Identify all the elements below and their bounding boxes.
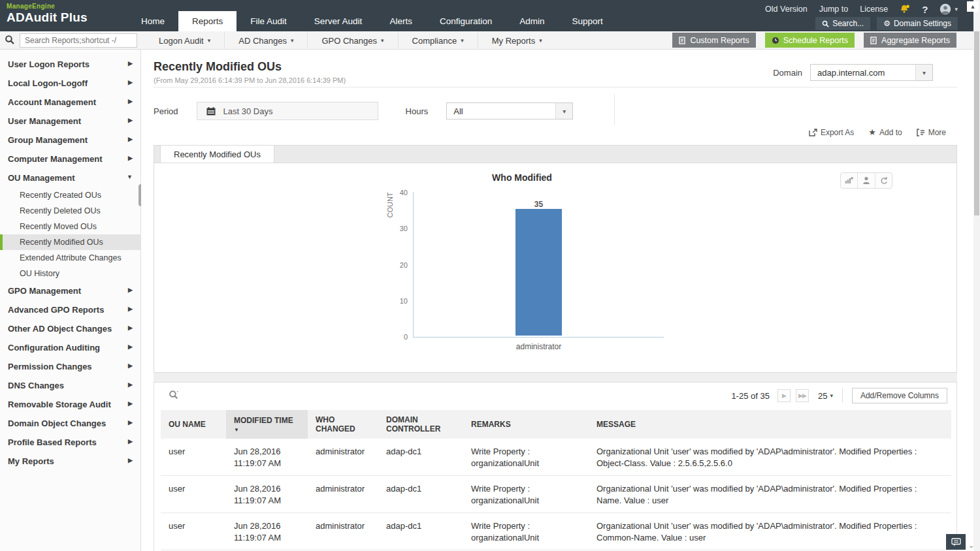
chevron-down-icon: ▾ [381, 37, 384, 44]
table-row[interactable]: user Jun 28,2016 11:19:07 AM administrat… [161, 439, 951, 476]
chevron-right-icon: ▶ [128, 362, 133, 369]
chevron-down-icon: ▾ [461, 37, 464, 44]
nav-tab-alerts[interactable]: Alerts [376, 12, 426, 31]
sidebar-item-account-management[interactable]: Account Management▶ [0, 93, 140, 112]
y-tick-40: 40 [388, 189, 408, 197]
sidebar-item-computer-management[interactable]: Computer Management▶ [0, 150, 140, 168]
col-modified-time[interactable]: MODIFIED TIME▼ [226, 410, 308, 439]
help-icon[interactable]: ? [922, 4, 928, 15]
col-message[interactable]: MESSAGE [589, 410, 951, 439]
menu-logon-audit[interactable]: Logon Audit▾ [145, 31, 225, 50]
pagination-range: 1-25 of 35 [731, 391, 770, 401]
chevron-down-icon: ▼ [127, 174, 133, 180]
menu-gpo-changes[interactable]: GPO Changes▾ [308, 31, 398, 50]
custom-reports-button[interactable]: Custom Reports [672, 33, 755, 48]
user-avatar[interactable]: ▾ [939, 3, 958, 15]
global-search-button[interactable]: Search... [815, 17, 870, 30]
table-row[interactable]: user Jun 28,2016 11:19:07 AM administrat… [161, 476, 951, 513]
nav-tab-home[interactable]: Home [127, 12, 178, 31]
add-remove-columns-button[interactable]: Add/Remove Columns [852, 388, 947, 403]
domain-settings-button[interactable]: ⚙ Domain Settings [877, 17, 958, 30]
nav-tab-server-audit[interactable]: Server Audit [301, 12, 376, 31]
sidebar-item-dns-changes[interactable]: DNS Changes▶ [0, 376, 140, 395]
add-to-button[interactable]: ★ Add to [868, 127, 902, 137]
y-tick-20: 20 [388, 261, 408, 269]
export-as-button[interactable]: Export As [809, 128, 854, 137]
sidebar-item-group-management[interactable]: Group Management▶ [0, 131, 140, 150]
sidebar-item-advanced-gpo-reports[interactable]: Advanced GPO Reports▶ [0, 300, 140, 319]
col-remarks[interactable]: REMARKS [463, 410, 589, 439]
schedule-reports-button[interactable]: Schedule Reports [765, 33, 855, 48]
scrollbar-thumb[interactable] [974, 31, 979, 215]
jump-to-link[interactable]: Jump to [819, 5, 848, 14]
feedback-chat-button[interactable] [946, 534, 966, 550]
sidebar-item-removable-storage-audit[interactable]: Removable Storage Audit▶ [0, 395, 140, 414]
refresh-chart-icon[interactable] [875, 173, 892, 188]
sidebar-item-domain-object-changes[interactable]: Domain Object Changes▶ [0, 414, 140, 433]
sidebar-item-gpo-management[interactable]: GPO Management▶ [0, 281, 140, 300]
report-search-input[interactable] [20, 33, 137, 48]
search-icon [822, 20, 829, 27]
sidebar-item-ou-management[interactable]: OU Management▼ [0, 168, 140, 187]
tab-recently-modified-ous[interactable]: Recently Modified OUs [160, 146, 274, 163]
more-button[interactable]: More [917, 128, 946, 137]
sidebar-item-user-logon-reports[interactable]: User Logon Reports▶ [0, 55, 140, 74]
menu-my-reports[interactable]: My Reports▾ [478, 31, 556, 50]
notification-bell-icon[interactable] [900, 5, 910, 14]
nav-tab-support[interactable]: Support [558, 12, 616, 31]
menu-compliance[interactable]: Compliance▾ [399, 31, 478, 50]
chevron-down-icon: ▾ [830, 392, 833, 399]
page-size-select[interactable]: 25 ▾ [818, 391, 833, 401]
bar-administrator[interactable] [515, 209, 562, 336]
user-chart-icon[interactable] [858, 173, 875, 188]
utility-bar: Old Version Jump to License ? ▾ [765, 2, 958, 16]
sidebar-item-permission-changes[interactable]: Permission Changes▶ [0, 357, 140, 376]
sidebar-item-my-reports[interactable]: My Reports▶ [0, 452, 140, 471]
nav-tab-admin[interactable]: Admin [506, 12, 558, 31]
sidebar-item-ou-history[interactable]: OU History [0, 266, 140, 281]
add-chart-icon[interactable] [841, 173, 858, 188]
sidebar-item-local-logon-logoff[interactable]: Local Logon-Logoff▶ [0, 74, 140, 93]
sidebar-item-recently-created-ous[interactable]: Recently Created OUs [0, 187, 140, 203]
menu-ad-changes[interactable]: AD Changes▾ [225, 31, 308, 50]
divider [842, 388, 843, 403]
nav-tab-file-audit[interactable]: File Audit [237, 12, 301, 31]
sidebar-item-recently-modified-ous[interactable]: Recently Modified OUs [0, 234, 140, 250]
nav-tab-reports[interactable]: Reports [178, 11, 237, 31]
sidebar-item-recently-deleted-ous[interactable]: Recently Deleted OUs [0, 203, 140, 219]
domain-label: Domain [773, 68, 802, 78]
old-version-link[interactable]: Old Version [765, 5, 808, 14]
table-row[interactable]: user Jun 28,2016 11:19:07 AM administrat… [161, 513, 951, 550]
sidebar-item-other-ad-object-changes[interactable]: Other AD Object Changes▶ [0, 319, 140, 338]
last-page-button[interactable]: ▶▶ [796, 389, 809, 402]
license-link[interactable]: License [860, 5, 888, 14]
col-domain-controller[interactable]: DOMAIN CONTROLLER [378, 410, 463, 439]
aggregate-reports-button[interactable]: Aggregate Reports [864, 33, 956, 48]
nav-tab-configuration[interactable]: Configuration [426, 12, 506, 31]
avatar-caret-icon: ▾ [955, 6, 958, 12]
header-row2: Search... ⚙ Domain Settings [815, 17, 958, 30]
sidebar-item-recently-moved-ous[interactable]: Recently Moved OUs [0, 219, 140, 234]
table-search-icon[interactable] [169, 390, 179, 400]
chevron-right-icon: ▶ [128, 306, 133, 312]
col-who-changed[interactable]: WHO CHANGED [308, 410, 378, 439]
col-ou-name[interactable]: OU NAME [161, 410, 226, 439]
scroll-down-arrow[interactable]: ⌄ [968, 541, 974, 550]
y-tick-10: 10 [388, 297, 408, 305]
hours-select[interactable]: All ▾ [446, 102, 573, 119]
next-page-button[interactable]: ▶ [777, 389, 791, 402]
chart-panel: Who Modified COUNT 40 30 20 10 0 35 admi… [154, 163, 957, 373]
period-field[interactable]: Last 30 Days [197, 102, 378, 120]
chart-toolbar [840, 172, 892, 189]
scroll-up-arrow[interactable]: ▲ [967, 1, 979, 12]
sidebar-item-user-management[interactable]: User Management▶ [0, 112, 140, 131]
gear-icon: ⚙ [883, 19, 890, 28]
sidebar-item-profile-based-reports[interactable]: Profile Based Reports▶ [0, 433, 140, 452]
sidebar-item-configuration-auditing[interactable]: Configuration Auditing▶ [0, 338, 140, 357]
domain-select[interactable]: adap.internal.com ▾ [810, 64, 933, 81]
table-card: 1-25 of 35 ▶ ▶▶ 25 ▾ Add/Remove Columns … [154, 382, 957, 551]
sidebar-item-extended-attribute-changes[interactable]: Extended Attribute Changes [0, 250, 140, 266]
brand-name: ManageEngine [7, 3, 88, 10]
app-header: ManageEngine ADAudit Plus Home Reports F… [0, 0, 980, 31]
page-scrollbar[interactable]: ▲ ⌄ [973, 0, 980, 551]
